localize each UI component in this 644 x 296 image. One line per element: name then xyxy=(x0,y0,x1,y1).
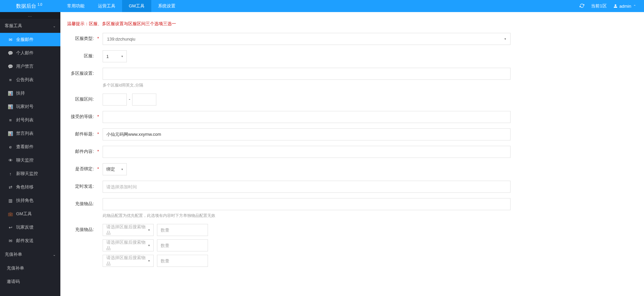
mail-title-input[interactable] xyxy=(103,128,511,140)
label-multi-server: 多区服设置: xyxy=(67,68,94,76)
sidebar-group-recharge[interactable]: 充值补单 ⌃ xyxy=(0,247,60,261)
sidebar-item-label: 用户禁言 xyxy=(16,63,34,69)
refresh-icon[interactable] xyxy=(580,3,584,9)
menu-icon: 💬 xyxy=(8,64,13,69)
label-is-bind: 是否绑定: xyxy=(67,163,94,172)
sidebar: … 客服工具 ⌃ ✉全服邮件💬个人邮件💬用户禁言≡公告列表📊扶持📊玩家封号≡封号… xyxy=(0,12,60,284)
accept-level-input[interactable] xyxy=(103,111,511,123)
sidebar-item-label: GM工具 xyxy=(16,211,32,217)
recharge-item-cfg-input[interactable] xyxy=(103,198,511,210)
sidebar-item[interactable]: 💬个人邮件 xyxy=(0,46,60,60)
label-recharge-item-cfg: 充值物品: xyxy=(67,198,94,206)
label-server-range: 区服区间: xyxy=(67,94,94,102)
required-mark: * xyxy=(97,163,99,171)
sidebar-item-label: 玩家封号 xyxy=(16,104,34,110)
sidebar-item[interactable]: ✉全服邮件 xyxy=(0,33,60,46)
label-mail-content: 邮件内容: xyxy=(67,146,94,154)
sidebar-item[interactable]: 📊禁言列表 xyxy=(0,127,60,140)
menu-icon: 📊 xyxy=(8,131,13,136)
sidebar-item-label: 全服邮件 xyxy=(16,37,34,43)
menu-icon: ⇄ xyxy=(8,185,13,190)
menu-icon: 👁 xyxy=(8,158,13,163)
label-accept-level: 接受的等级: xyxy=(67,111,94,119)
menu-icon: 📊 xyxy=(8,91,13,96)
chevron-down-icon: ▾ xyxy=(148,244,150,247)
sidebar-item-label: 查看邮件 xyxy=(16,144,34,150)
sidebar-item-label: 玩家反馈 xyxy=(16,224,34,230)
form-warning: 温馨提示：区服、多区服设置与区服区间三个选项三选一 xyxy=(67,21,637,27)
user-menu[interactable]: admin ⌃ xyxy=(613,4,636,9)
sidebar-item[interactable]: ↩玩家反馈 xyxy=(0,221,60,234)
nav-gm[interactable]: GM工具 xyxy=(122,0,151,12)
multi-server-hint: 多个区服id用英文,分隔 xyxy=(103,82,511,88)
chevron-down-icon: ▾ xyxy=(504,37,506,41)
recharge-item-cfg-hint: 此物品配置为优先配置，此选项有内容时下方单独物品配置无效 xyxy=(103,213,511,219)
sidebar-item[interactable]: 充值补单 xyxy=(0,261,60,275)
sidebar-item[interactable]: ▥扶持角色 xyxy=(0,194,60,207)
sidebar-item-label: 新聊天监控 xyxy=(16,171,38,177)
menu-icon: ↑ xyxy=(8,171,13,176)
sidebar-item-label: 充值补单 xyxy=(7,265,24,271)
menu-icon: ≡ xyxy=(8,118,13,123)
sidebar-item[interactable]: ⇄角色转移 xyxy=(0,180,60,194)
is-bind-select[interactable]: 绑定 ▾ xyxy=(103,163,127,175)
sidebar-item[interactable]: 邀请码 xyxy=(0,275,60,284)
item-select[interactable]: 请选择区服后搜索物品▾ xyxy=(103,224,154,236)
sidebar-item-label: 邮件发送 xyxy=(16,238,34,244)
app-title: 数据后台1.0 xyxy=(0,3,60,9)
chevron-down-icon: ▾ xyxy=(148,259,150,262)
menu-icon: ↩ xyxy=(8,225,13,230)
server-range-from[interactable] xyxy=(103,94,127,106)
menu-icon: e xyxy=(8,144,13,150)
sidebar-item[interactable]: ✉邮件发送 xyxy=(0,234,60,247)
sidebar-item-label: 禁言列表 xyxy=(16,130,34,136)
sidebar-item[interactable]: ↑新聊天监控 xyxy=(0,167,60,180)
item-qty-input[interactable] xyxy=(157,239,208,251)
chevron-down-icon: ▾ xyxy=(121,55,123,58)
chevron-down-icon: ⌃ xyxy=(53,24,56,28)
menu-icon: ✉ xyxy=(8,238,13,243)
sidebar-item-label: 个人邮件 xyxy=(16,50,34,56)
sidebar-group-kefu[interactable]: 客服工具 ⌃ xyxy=(0,19,60,33)
sidebar-item[interactable]: 💬用户禁言 xyxy=(0,60,60,73)
nav-operation[interactable]: 运营工具 xyxy=(91,0,122,12)
item-select[interactable]: 请选择区服后搜索物品▾ xyxy=(103,239,154,251)
multi-server-input[interactable] xyxy=(103,68,511,80)
chevron-down-icon: ▾ xyxy=(148,228,150,232)
item-qty-input[interactable] xyxy=(157,224,208,236)
sidebar-item-label: 聊天监控 xyxy=(16,157,34,163)
sidebar-item-label: 扶持角色 xyxy=(16,197,34,203)
sidebar-item[interactable]: 💼GM工具 xyxy=(0,207,60,221)
menu-icon: 📊 xyxy=(8,104,13,109)
server-type-select[interactable]: 139:dzchunqiu ▾ xyxy=(103,33,511,45)
required-mark: * xyxy=(97,33,99,41)
mail-content-input[interactable] xyxy=(103,146,511,158)
server-range-to[interactable] xyxy=(132,94,156,106)
sidebar-item[interactable]: ≡公告列表 xyxy=(0,73,60,86)
main-content: 温馨提示：区服、多区服设置与区服区间三个选项三选一 区服类型: * 139:dz… xyxy=(60,12,644,284)
item-qty-input[interactable] xyxy=(157,255,208,267)
sidebar-item[interactable]: ≡封号列表 xyxy=(0,113,60,127)
chevron-down-icon: ▾ xyxy=(121,168,123,171)
nav-common[interactable]: 常用功能 xyxy=(60,0,91,12)
sidebar-collapse[interactable]: … xyxy=(0,12,60,19)
sidebar-item[interactable]: 📊玩家封号 xyxy=(0,100,60,113)
nav-settings[interactable]: 系统设置 xyxy=(151,0,182,12)
menu-icon: ✉ xyxy=(8,37,13,42)
sidebar-item[interactable]: 👁聊天监控 xyxy=(0,154,60,167)
menu-icon: 💬 xyxy=(8,51,13,56)
sidebar-item[interactable]: 📊扶持 xyxy=(0,86,60,100)
sidebar-item-label: 角色转移 xyxy=(16,184,34,190)
label-server: 区服: xyxy=(67,50,94,59)
required-mark: * xyxy=(97,111,99,119)
schedule-input[interactable] xyxy=(103,181,511,193)
item-select[interactable]: 请选择区服后搜索物品▾ xyxy=(103,255,154,267)
sidebar-item-label: 扶持 xyxy=(16,90,25,96)
menu-icon: ≡ xyxy=(8,77,13,82)
sidebar-item[interactable]: e查看邮件 xyxy=(0,140,60,154)
server-select[interactable]: 1 ▾ xyxy=(103,50,127,62)
chevron-down-icon: ⌃ xyxy=(53,253,56,256)
range-separator: - xyxy=(129,94,130,102)
current-zone[interactable]: 当前1区 xyxy=(591,3,606,9)
menu-icon: 💼 xyxy=(8,212,13,217)
